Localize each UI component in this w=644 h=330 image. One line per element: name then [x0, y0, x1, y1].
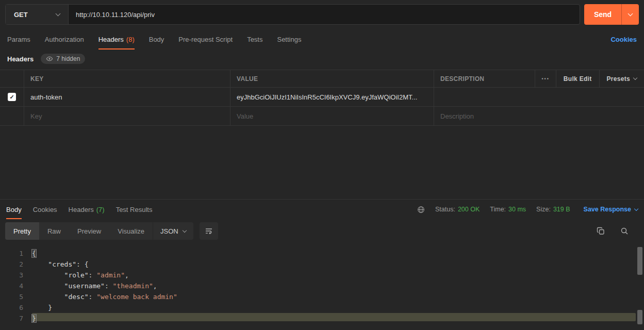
- size-indicator: Size: 319 B: [536, 206, 570, 213]
- response-tab-test-results[interactable]: Test Results: [116, 200, 153, 219]
- wrap-text-button[interactable]: [200, 222, 218, 240]
- header-value-cell[interactable]: eyJhbGciOiJIUzI1NiIsInR5cCI6IkpXVCJ9.eyJ…: [230, 88, 434, 106]
- request-pane: GET Send ParamsAuthorizationHeaders(8)Bo…: [0, 0, 644, 199]
- request-bar: GET Send: [0, 0, 644, 29]
- table-row: ✓ auth-token eyJhbGciOiJIUzI1NiIsInR5cCI…: [0, 88, 644, 107]
- checkbox-cell: ✓: [0, 88, 24, 106]
- response-pane: BodyCookiesHeaders(7)Test Results Status…: [0, 199, 644, 330]
- save-response-button[interactable]: Save Response: [584, 206, 638, 213]
- column-header-value: VALUE: [230, 70, 434, 87]
- send-options-button[interactable]: [621, 4, 639, 25]
- presets-dropdown[interactable]: Presets: [599, 70, 644, 87]
- request-tab-pre-request-script[interactable]: Pre-request Script: [178, 29, 233, 50]
- cookies-link[interactable]: Cookies: [610, 36, 637, 43]
- headers-table: KEY VALUE DESCRIPTION ••• Bulk Edit Pres…: [0, 70, 644, 126]
- request-tab-params[interactable]: Params: [7, 29, 30, 50]
- response-header: BodyCookiesHeaders(7)Test Results Status…: [0, 200, 644, 219]
- table-header-row: KEY VALUE DESCRIPTION ••• Bulk Edit Pres…: [0, 70, 644, 88]
- empty-header-row: Key Value Description: [0, 107, 644, 126]
- view-group: PrettyRawPreviewVisualize: [5, 222, 153, 240]
- status-value: 200 OK: [458, 206, 480, 213]
- scrollbar-thumb[interactable]: [637, 247, 642, 275]
- checkbox-cell: [0, 107, 24, 125]
- view-tab-raw[interactable]: Raw: [39, 222, 69, 240]
- search-icon[interactable]: [620, 227, 629, 235]
- select-all-cell: [0, 70, 24, 87]
- code-line: 5 "desc": "welcome back admin": [0, 291, 644, 302]
- language-dropdown[interactable]: JSON: [153, 222, 193, 240]
- response-tab-cookies[interactable]: Cookies: [33, 200, 57, 219]
- chevron-down-icon: [634, 206, 638, 210]
- line-number: 3: [0, 270, 32, 280]
- table-header-controls: ••• Bulk Edit Presets: [535, 70, 644, 87]
- line-number: 2: [0, 259, 32, 270]
- url-input[interactable]: [69, 5, 580, 24]
- column-header-description: DESCRIPTION: [434, 75, 484, 82]
- code-line: 3 "role": "admin",: [0, 270, 644, 280]
- network-globe-icon[interactable]: [417, 206, 425, 213]
- size-value: 319 B: [553, 206, 570, 213]
- method-label: GET: [14, 11, 28, 19]
- send-button[interactable]: Send: [584, 4, 621, 25]
- method-select[interactable]: GET: [6, 5, 69, 24]
- scrollbar-thumb[interactable]: [637, 310, 642, 324]
- code-lines: 1{2 "creds": {3 "role": "admin",4 "usern…: [0, 248, 644, 324]
- column-header-description-cell: DESCRIPTION ••• Bulk Edit Presets: [434, 70, 644, 87]
- response-tabs: BodyCookiesHeaders(7)Test Results: [6, 200, 152, 219]
- request-tab-body[interactable]: Body: [149, 29, 164, 50]
- line-number: 5: [0, 291, 32, 302]
- line-number: 4: [0, 280, 32, 291]
- more-options-icon[interactable]: •••: [535, 70, 555, 87]
- code-line: 7}: [0, 313, 644, 324]
- row-checkbox[interactable]: ✓: [8, 93, 16, 101]
- headers-section-title: Headers: [7, 55, 34, 63]
- status-indicator: Status: 200 OK: [435, 206, 480, 213]
- value-input-placeholder[interactable]: Value: [230, 107, 434, 125]
- code-line: 6 }: [0, 302, 644, 313]
- chevron-down-icon: [56, 11, 61, 16]
- code-line: 4 "username": "theadmin",: [0, 280, 644, 291]
- presets-label: Presets: [607, 75, 630, 82]
- view-tab-preview[interactable]: Preview: [69, 222, 109, 240]
- line-number: 7: [0, 313, 32, 324]
- bulk-edit-button[interactable]: Bulk Edit: [556, 70, 599, 87]
- status-label: Status:: [435, 206, 455, 213]
- chevron-down-icon: [628, 11, 633, 16]
- request-tab-settings[interactable]: Settings: [277, 29, 301, 50]
- send-group: Send: [584, 4, 639, 25]
- view-switcher: PrettyRawPreviewVisualize JSON: [5, 222, 193, 240]
- vertical-scrollbar[interactable]: [637, 243, 642, 330]
- response-tab-body[interactable]: Body: [6, 200, 22, 219]
- save-response-label: Save Response: [584, 206, 631, 213]
- size-label: Size:: [536, 206, 551, 213]
- request-tabs: ParamsAuthorizationHeaders(8)BodyPre-req…: [7, 29, 301, 50]
- response-meta: Status: 200 OK Time: 30 ms Size: 319 B S…: [417, 206, 638, 213]
- request-tab-authorization[interactable]: Authorization: [45, 29, 84, 50]
- request-tab-tests[interactable]: Tests: [247, 29, 262, 50]
- column-header-key: KEY: [24, 70, 230, 87]
- key-input-placeholder[interactable]: Key: [24, 107, 230, 125]
- code-line: 2 "creds": {: [0, 259, 644, 270]
- response-body-viewer: 1{2 "creds": {3 "role": "admin",4 "usern…: [0, 243, 644, 330]
- line-number: 6: [0, 302, 32, 313]
- response-toolbar: PrettyRawPreviewVisualize JSON: [5, 222, 639, 240]
- chevron-down-icon: [633, 76, 637, 80]
- line-number: 1: [0, 248, 32, 259]
- header-key-cell[interactable]: auth-token: [24, 88, 230, 106]
- copy-icon[interactable]: [597, 227, 605, 235]
- description-input-placeholder[interactable]: Description: [434, 107, 644, 125]
- language-label: JSON: [160, 227, 178, 235]
- wrap-text-icon: [205, 227, 213, 235]
- request-tab-headers[interactable]: Headers(8): [98, 29, 135, 50]
- response-tab-headers[interactable]: Headers(7): [69, 200, 105, 219]
- hidden-headers-toggle[interactable]: 7 hidden: [41, 54, 85, 64]
- time-label: Time:: [490, 206, 506, 213]
- chevron-down-icon: [182, 228, 186, 232]
- headers-section-bar: Headers 7 hidden: [0, 50, 644, 68]
- hidden-count-label: 7 hidden: [56, 55, 80, 62]
- header-description-cell[interactable]: [434, 88, 644, 106]
- response-body-actions: [597, 227, 639, 235]
- view-tab-visualize[interactable]: Visualize: [109, 222, 153, 240]
- view-tab-pretty[interactable]: Pretty: [5, 222, 39, 240]
- time-value: 30 ms: [508, 206, 526, 213]
